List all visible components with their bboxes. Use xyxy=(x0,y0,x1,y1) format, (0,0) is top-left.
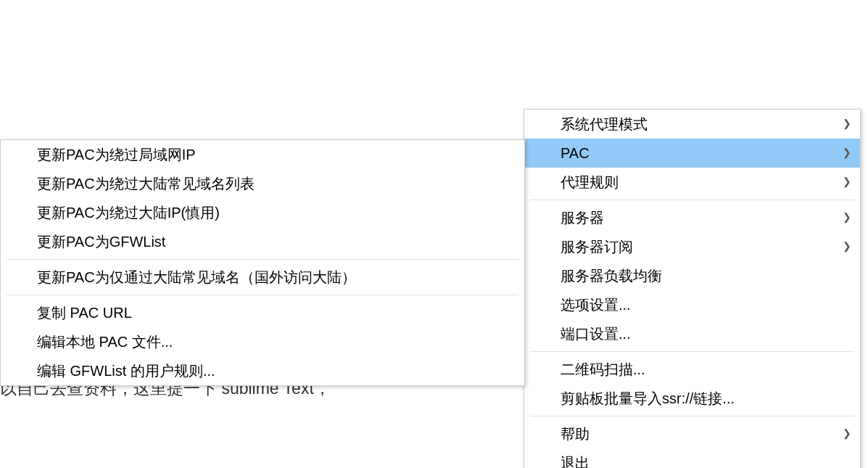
menu-label: 退出 xyxy=(561,453,590,468)
menu-separator xyxy=(530,416,854,416)
menu-label: 编辑本地 PAC 文件... xyxy=(37,332,173,352)
menu-item-clipboard-import[interactable]: 剪贴板批量导入ssr://链接... xyxy=(524,384,860,413)
pac-submenu: 更新PAC为绕过局域网IP 更新PAC为绕过大陆常见域名列表 更新PAC为绕过大… xyxy=(0,139,525,386)
menu-label: 选项设置... xyxy=(561,295,631,315)
menu-label: 端口设置... xyxy=(561,324,631,344)
menu-separator xyxy=(7,259,518,260)
menu-item-help[interactable]: 帮助 ❯ xyxy=(524,419,860,448)
chevron-right-icon: ❯ xyxy=(843,117,851,131)
chevron-right-icon: ❯ xyxy=(843,239,851,254)
menu-label: 更新PAC为仅通过大陆常见域名（国外访问大陆） xyxy=(37,267,356,287)
menu-item-server-load-balance[interactable]: 服务器负载均衡 xyxy=(524,261,860,290)
menu-label: 服务器负载均衡 xyxy=(561,266,662,286)
menu-item-update-pac-bypass-cn-ip[interactable]: 更新PAC为绕过大陆IP(慎用) xyxy=(1,198,524,227)
menu-label: 帮助 xyxy=(561,424,590,444)
menu-separator xyxy=(530,351,854,352)
menu-label: PAC xyxy=(561,143,590,163)
menu-label: 服务器订阅 xyxy=(561,237,633,257)
menu-label: 服务器 xyxy=(561,208,604,228)
menu-item-update-pac-bypass-lan[interactable]: 更新PAC为绕过局域网IP xyxy=(1,140,524,169)
menu-item-edit-gfwlist-user-rules[interactable]: 编辑 GFWList 的用户规则... xyxy=(1,356,524,385)
menu-label: 编辑 GFWList 的用户规则... xyxy=(37,361,215,381)
menu-item-update-pac-bypass-cn-domains[interactable]: 更新PAC为绕过大陆常见域名列表 xyxy=(1,169,524,198)
chevron-right-icon: ❯ xyxy=(843,175,851,189)
menu-item-servers[interactable]: 服务器 ❯ xyxy=(524,203,860,232)
menu-label: 二维码扫描... xyxy=(561,359,645,379)
menu-item-proxy-rules[interactable]: 代理规则 ❯ xyxy=(524,168,860,197)
menu-label: 剪贴板批量导入ssr://链接... xyxy=(561,388,735,409)
menu-label: 复制 PAC URL xyxy=(37,303,132,323)
menu-label: 更新PAC为绕过局域网IP xyxy=(37,144,196,165)
menu-item-options[interactable]: 选项设置... xyxy=(524,290,860,319)
menu-separator xyxy=(7,295,518,295)
menu-item-system-proxy-mode[interactable]: 系统代理模式 ❯ xyxy=(524,110,860,139)
menu-separator xyxy=(530,200,854,200)
menu-label: 代理规则 xyxy=(561,172,619,192)
chevron-right-icon: ❯ xyxy=(843,427,851,441)
menu-item-exit[interactable]: 退出 xyxy=(524,448,860,468)
chevron-right-icon: ❯ xyxy=(843,210,851,225)
menu-label: 更新PAC为GFWList xyxy=(37,231,165,252)
menu-item-pac[interactable]: PAC ❯ xyxy=(524,139,860,168)
menu-item-update-pac-only-cn[interactable]: 更新PAC为仅通过大陆常见域名（国外访问大陆） xyxy=(1,263,524,292)
menu-item-port-settings[interactable]: 端口设置... xyxy=(524,319,860,348)
menu-label: 系统代理模式 xyxy=(561,114,648,134)
menu-item-server-subscription[interactable]: 服务器订阅 ❯ xyxy=(524,232,860,261)
chevron-right-icon: ❯ xyxy=(843,146,851,160)
menu-label: 更新PAC为绕过大陆常见域名列表 xyxy=(37,173,255,194)
menu-item-edit-local-pac[interactable]: 编辑本地 PAC 文件... xyxy=(1,327,524,356)
menu-item-copy-pac-url[interactable]: 复制 PAC URL xyxy=(1,298,524,327)
menu-label: 更新PAC为绕过大陆IP(慎用) xyxy=(37,202,220,223)
menu-item-update-pac-gfwlist[interactable]: 更新PAC为GFWList xyxy=(1,227,524,256)
menu-item-qr-scan[interactable]: 二维码扫描... xyxy=(524,355,860,384)
main-context-menu: 系统代理模式 ❯ PAC ❯ 代理规则 ❯ 服务器 ❯ 服务器订阅 ❯ 服务器负… xyxy=(524,109,861,468)
